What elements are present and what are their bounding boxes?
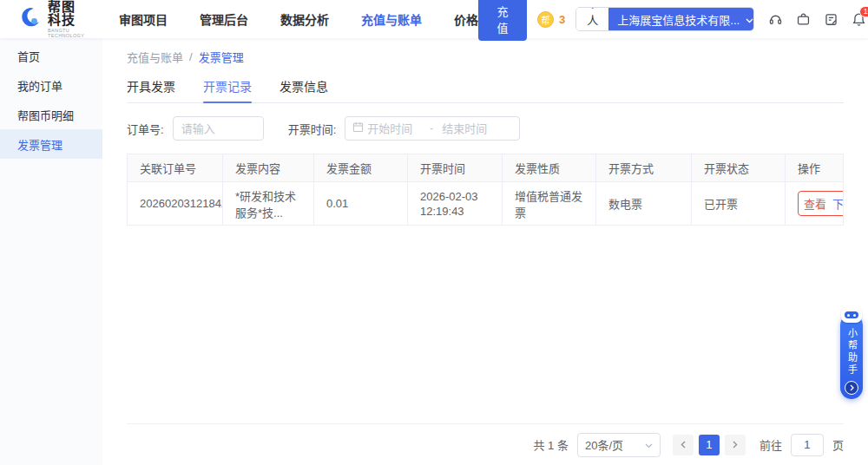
sidebar-item-coin-detail[interactable]: 帮图币明细 <box>0 100 102 129</box>
header-time: 开票时间 <box>408 154 503 181</box>
tab-issue-invoice[interactable]: 开具发票 <box>127 77 175 102</box>
bell-icon[interactable]: 10 <box>852 12 866 27</box>
table-row: 202602031218420... *研发和技术服务*技... 0.01 20… <box>128 181 843 226</box>
chevron-down-icon <box>746 13 753 26</box>
invoice-tabs: 开具发票 开票记录 发票信息 <box>127 77 844 103</box>
tab-invoice-records[interactable]: 开票记录 <box>203 77 252 102</box>
assistant-widget[interactable]: 小帮助手 <box>840 314 863 399</box>
breadcrumb-separator: / <box>189 50 193 63</box>
download-link[interactable]: 下载 <box>832 195 843 212</box>
invoice-table: 关联订单号 发票内容 发票金额 开票时间 发票性质 开票方式 开票状态 操作 2… <box>127 154 844 226</box>
sidebar: 首页 我的订单 帮图币明细 发票管理 <box>0 38 102 465</box>
recharge-button[interactable]: 充值 <box>478 0 527 41</box>
cell-status: 已开票 <box>692 182 786 225</box>
menu-item-billing[interactable]: 充值与账单 <box>361 10 422 28</box>
cell-order-no: 202602031218420... <box>128 182 223 225</box>
breadcrumb-parent[interactable]: 充值与账单 <box>127 49 183 65</box>
actions-highlight-box: 查看 下载 <box>798 191 843 216</box>
brand-logo[interactable]: 帮图科技 BANGTU TECHNOLOGY <box>19 0 88 38</box>
start-time-input[interactable] <box>367 122 421 135</box>
goto-label: 前往 <box>760 436 782 453</box>
breadcrumb-current: 发票管理 <box>199 49 244 65</box>
main-menu: 审图项目 管理后台 数据分析 充值与账单 价格 <box>119 10 478 28</box>
order-no-input[interactable] <box>173 116 264 141</box>
coin-balance[interactable]: 帮 3 <box>537 11 565 28</box>
table-header-row: 关联订单号 发票内容 发票金额 开票时间 发票性质 开票方式 开票状态 操作 <box>128 154 843 181</box>
cell-actions: 查看 下载 <box>786 182 843 225</box>
order-no-label: 订单号: <box>127 121 164 137</box>
invoice-time-label: 开票时间: <box>288 121 337 137</box>
view-link[interactable]: 查看 <box>804 195 826 212</box>
end-time-input[interactable] <box>442 122 496 135</box>
cell-time-date: 2026-02-03 <box>420 189 478 204</box>
cell-method: 数电票 <box>596 182 692 225</box>
next-page-button[interactable] <box>725 435 746 455</box>
filter-bar: 订单号: 开票时间: - <box>127 116 844 141</box>
top-navbar: 帮图科技 BANGTU TECHNOLOGY 审图项目 管理后台 数据分析 充值… <box>0 0 868 38</box>
assistant-robot-icon <box>841 306 862 323</box>
brand-subtitle: BANGTU TECHNOLOGY <box>48 28 84 37</box>
personal-plan-button[interactable]: 个人版 <box>576 8 608 30</box>
cell-time: 2026-02-03 12:19:43 <box>408 182 503 225</box>
customer-service-icon[interactable] <box>768 12 783 27</box>
header-method: 开票方式 <box>596 154 692 181</box>
navbar-icons: 10 <box>768 12 866 27</box>
pagination-bar: 共 1 条 20条/页 1 前往 页 <box>127 423 844 465</box>
page-number-1[interactable]: 1 <box>699 435 720 455</box>
header-order-no: 关联订单号 <box>128 154 223 181</box>
empty-area <box>127 226 844 423</box>
calendar-icon <box>352 121 364 135</box>
range-separator: - <box>424 122 438 134</box>
pager: 1 <box>673 435 746 455</box>
assistant-expand-icon[interactable] <box>845 381 858 395</box>
menu-item-admin[interactable]: 管理后台 <box>200 10 248 28</box>
sidebar-item-home[interactable]: 首页 <box>0 41 102 70</box>
cell-amount: 0.01 <box>314 182 408 225</box>
invoice-time-range-picker[interactable]: - <box>345 116 520 141</box>
menu-item-data-analysis[interactable]: 数据分析 <box>280 10 329 28</box>
chevron-down-icon <box>645 438 653 451</box>
coin-count: 3 <box>559 13 565 26</box>
main-content: 充值与账单 / 发票管理 开具发票 开票记录 发票信息 订单号: 开票时间: -… <box>102 38 868 465</box>
header-status: 开票状态 <box>692 154 786 181</box>
coin-icon: 帮 <box>537 11 554 28</box>
logo-icon <box>19 6 42 32</box>
menu-item-review-projects[interactable]: 审图项目 <box>119 10 168 28</box>
header-content: 发票内容 <box>223 154 314 181</box>
tab-invoice-info[interactable]: 发票信息 <box>279 77 328 102</box>
page-size-value: 20条/页 <box>585 436 623 453</box>
assistant-label: 小帮助手 <box>847 328 857 377</box>
cell-time-clock: 12:19:43 <box>420 204 478 219</box>
goto-page-input[interactable] <box>791 434 824 456</box>
edit-document-icon[interactable] <box>824 12 838 27</box>
cell-content: *研发和技术服务*技... <box>223 182 314 225</box>
notification-badge: 10 <box>859 6 868 18</box>
sidebar-item-my-orders[interactable]: 我的订单 <box>0 70 102 100</box>
briefcase-icon[interactable] <box>796 12 811 27</box>
brand-name: 帮图科技 <box>48 0 88 26</box>
org-switcher: 个人版 上海展宝信息技术有限... <box>575 7 753 31</box>
prev-page-button[interactable] <box>673 435 694 455</box>
menu-item-pricing[interactable]: 价格 <box>454 10 478 28</box>
sidebar-item-invoice-management[interactable]: 发票管理 <box>0 129 102 159</box>
navbar-right: 充值 帮 3 个人版 上海展宝信息技术有限... <box>478 0 868 41</box>
page-size-select[interactable]: 20条/页 <box>577 433 661 457</box>
breadcrumb: 充值与账单 / 发票管理 <box>127 49 844 65</box>
header-amount: 发票金额 <box>314 154 408 181</box>
total-count: 共 1 条 <box>534 436 569 453</box>
header-actions: 操作 <box>786 154 843 181</box>
header-nature: 发票性质 <box>503 154 596 181</box>
company-dropdown[interactable]: 上海展宝信息技术有限... <box>608 8 753 30</box>
company-name: 上海展宝信息技术有限... <box>617 11 740 28</box>
cell-nature: 增值税普通发票 <box>503 182 596 225</box>
page-unit-label: 页 <box>832 436 844 453</box>
